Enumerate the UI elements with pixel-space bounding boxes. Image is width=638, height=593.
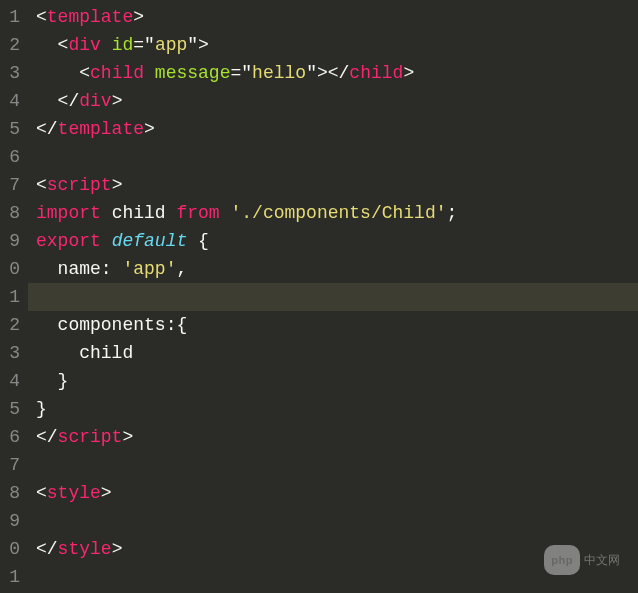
line-number: 4: [4, 87, 20, 115]
code-line[interactable]: </div>: [36, 87, 638, 115]
code-line[interactable]: <div id="app">: [36, 31, 638, 59]
line-number: 5: [4, 115, 20, 143]
watermark-text: 中文网: [584, 546, 620, 574]
code-line[interactable]: components:{: [36, 311, 638, 339]
line-number: 2: [4, 31, 20, 59]
line-number: 6: [4, 143, 20, 171]
line-number: 5: [4, 395, 20, 423]
line-number: 4: [4, 367, 20, 395]
line-number: 9: [4, 507, 20, 535]
code-area[interactable]: <template> <div id="app"> <child message…: [28, 0, 638, 593]
line-number: 3: [4, 339, 20, 367]
code-editor[interactable]: 1 2 3 4 5 6 7 8 9 0 1 2 3 4 5 6 7 8 9 0 …: [0, 0, 638, 593]
code-line[interactable]: <script>: [36, 171, 638, 199]
watermark: php 中文网: [544, 545, 620, 575]
code-line[interactable]: [36, 507, 638, 535]
line-number: 3: [4, 59, 20, 87]
line-number: 2: [4, 311, 20, 339]
code-line[interactable]: <template>: [36, 3, 638, 31]
code-line[interactable]: <child message="hello"></child>: [36, 59, 638, 87]
code-line[interactable]: [36, 451, 638, 479]
line-number: 1: [4, 563, 20, 591]
code-line[interactable]: </template>: [36, 115, 638, 143]
code-line[interactable]: }: [36, 395, 638, 423]
line-number: 0: [4, 535, 20, 563]
line-number-gutter: 1 2 3 4 5 6 7 8 9 0 1 2 3 4 5 6 7 8 9 0 …: [0, 0, 28, 593]
line-number: 7: [4, 171, 20, 199]
code-line[interactable]: <style>: [36, 479, 638, 507]
code-line[interactable]: import child from './components/Child';: [36, 199, 638, 227]
watermark-badge: php: [544, 545, 580, 575]
line-number: 7: [4, 451, 20, 479]
code-line[interactable]: name: 'app',: [36, 255, 638, 283]
code-line[interactable]: [36, 143, 638, 171]
line-number: 8: [4, 479, 20, 507]
line-number: 6: [4, 423, 20, 451]
code-line[interactable]: child: [36, 339, 638, 367]
line-number: 8: [4, 199, 20, 227]
code-line[interactable]: export default {: [36, 227, 638, 255]
code-line-current[interactable]: [28, 283, 638, 311]
line-number: 9: [4, 227, 20, 255]
line-number: 1: [4, 283, 20, 311]
line-number: 0: [4, 255, 20, 283]
line-number: 1: [4, 3, 20, 31]
code-line[interactable]: </script>: [36, 423, 638, 451]
code-line[interactable]: }: [36, 367, 638, 395]
